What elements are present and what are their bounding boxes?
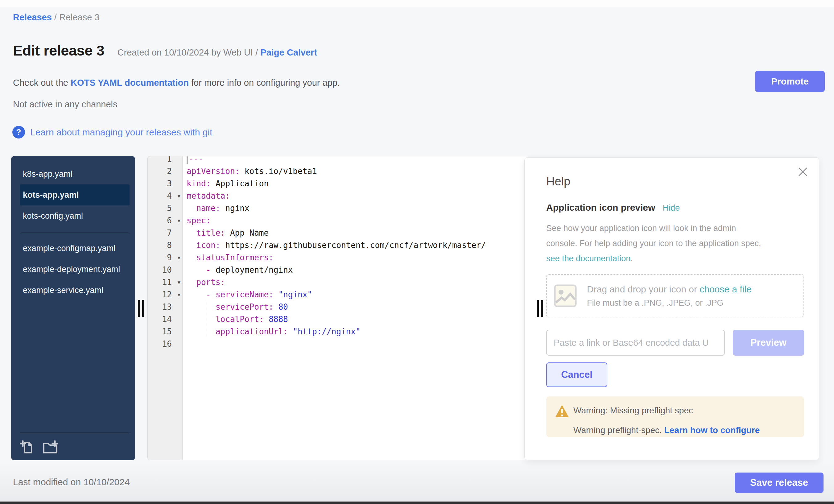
warning-title: Warning: Missing preflight spec (573, 406, 693, 415)
line-number: 14 (148, 314, 182, 324)
code-text[interactable]: spec: (182, 216, 211, 225)
right-resize-handle[interactable] (541, 300, 543, 317)
code-text[interactable]: apiVersion: kots.io/v1beta1 (182, 167, 317, 176)
channel-status: Not active in any channels (13, 99, 117, 109)
warning-detail: Warning preflight-spec. Learn how to con… (573, 425, 760, 435)
fold-arrow-icon[interactable]: ▾ (177, 291, 180, 298)
kots-yaml-doc-link[interactable]: KOTS YAML documentation (71, 78, 189, 88)
git-releases-link[interactable]: Learn about managing your releases with … (30, 127, 212, 137)
code-text[interactable]: title: App Name (182, 228, 269, 238)
code-line: 14 localPort: 8888 (148, 313, 528, 325)
page-header: Edit release 3 Created on 10/10/2024 by … (13, 42, 317, 59)
breadcrumb-releases-link[interactable]: Releases (13, 12, 52, 22)
line-number: 12▾ (148, 290, 182, 299)
code-line: 4▾metadata: (148, 190, 528, 202)
file-group-divider (20, 232, 130, 232)
text-cursor (186, 156, 188, 164)
code-text[interactable]: ports: (182, 278, 225, 287)
page-title: Edit release 3 (13, 42, 104, 59)
warning-icon (555, 404, 569, 418)
left-resize-handle[interactable] (138, 300, 140, 317)
code-text[interactable]: applicationUrl: "http://nginx" (182, 327, 360, 336)
code-text[interactable]: kind: Application (182, 179, 269, 188)
line-number: 3 (148, 179, 182, 188)
sidebar-footer (20, 433, 130, 455)
git-help-row: ? Learn about managing your releases wit… (12, 126, 212, 138)
code-line: 1--- (148, 156, 528, 165)
cancel-button[interactable]: Cancel (546, 363, 607, 387)
see-documentation-link[interactable]: see the documentation (546, 254, 631, 263)
code-text[interactable]: statusInformers: (182, 253, 273, 262)
line-number: 16 (148, 339, 182, 349)
breadcrumb: Releases / Release 3 (13, 12, 100, 23)
close-icon[interactable] (797, 166, 808, 177)
dropzone-note: File must be a .PNG, .JPEG, or .JPG (587, 298, 752, 308)
line-number: 6▾ (148, 216, 182, 225)
code-lines: 1---2apiVersion: kots.io/v1beta13kind: A… (148, 156, 528, 350)
code-line: 6▾spec: (148, 214, 528, 227)
file-item[interactable]: kots-config.yaml (20, 205, 130, 226)
icon-url-input[interactable] (546, 330, 725, 356)
line-number: 7 (148, 228, 182, 238)
code-text[interactable]: name: nginx (182, 203, 249, 213)
hide-link[interactable]: Hide (662, 203, 680, 213)
image-placeholder-icon (554, 284, 577, 308)
code-line: 2apiVersion: kots.io/v1beta1 (148, 165, 528, 177)
line-number: 9▾ (148, 253, 182, 262)
fold-arrow-icon[interactable]: ▾ (177, 193, 180, 199)
sidebar-spacer (20, 301, 130, 433)
code-line: 5 name: nginx (148, 202, 528, 214)
left-resize-handle[interactable] (142, 300, 144, 317)
code-line: 15 applicationUrl: "http://nginx" (148, 325, 528, 338)
code-text[interactable]: localPort: 8888 (182, 314, 288, 324)
code-line: 10 - deployment/nginx (148, 264, 528, 276)
code-line: 8 icon: https://raw.githubusercontent.co… (148, 239, 528, 251)
code-line: 13 servicePort: 80 (148, 301, 528, 313)
yaml-editor[interactable]: 1---2apiVersion: kots.io/v1beta13kind: A… (148, 156, 528, 460)
code-line: 11▾ ports: (148, 276, 528, 288)
file-item[interactable]: example-service.yaml (20, 280, 130, 301)
fold-arrow-icon[interactable]: ▾ (177, 217, 180, 224)
code-line: 3kind: Application (148, 177, 528, 190)
line-number: 8 (148, 241, 182, 250)
code-text[interactable]: icon: https://raw.githubusercontent.com/… (182, 241, 486, 250)
line-number: 1 (148, 156, 182, 163)
help-panel: Help Application icon preview Hide See h… (524, 157, 819, 460)
top-strip (0, 0, 834, 7)
learn-configure-link[interactable]: Learn how to configure (664, 425, 760, 435)
code-line: 7 title: App Name (148, 227, 528, 239)
icon-preview-title: Application icon preview (546, 202, 655, 213)
fold-arrow-icon[interactable]: ▾ (177, 254, 180, 261)
right-resize-handle[interactable] (537, 300, 539, 317)
add-file-icon[interactable] (20, 440, 35, 455)
choose-file-link[interactable]: choose a file (700, 284, 751, 294)
file-list: k8s-app.yamlkots-app.yamlkots-config.yam… (20, 163, 130, 301)
code-text[interactable]: - serviceName: "nginx" (182, 290, 312, 299)
file-item[interactable]: k8s-app.yaml (20, 163, 130, 184)
file-item[interactable]: example-configmap.yaml (20, 238, 130, 259)
fold-arrow-icon[interactable]: ▾ (177, 279, 180, 286)
code-text[interactable]: metadata: (182, 191, 230, 200)
question-icon: ? (12, 126, 25, 138)
preview-button[interactable]: Preview (733, 330, 804, 356)
icon-dropzone[interactable]: Drag and drop your icon or choose a file… (546, 274, 804, 317)
add-folder-icon[interactable] (43, 440, 58, 455)
save-release-button[interactable]: Save release (735, 473, 824, 493)
code-text[interactable]: - deployment/nginx (182, 265, 293, 275)
dropzone-text: Drag and drop your icon or choose a file (587, 284, 752, 294)
warning-box: Warning: Missing preflight spec Warning … (546, 396, 804, 437)
line-number: 10 (148, 265, 182, 275)
code-line: 12▾ - serviceName: "nginx" (148, 288, 528, 301)
file-sidebar: k8s-app.yamlkots-app.yamlkots-config.yam… (11, 156, 135, 460)
code-text[interactable]: servicePort: 80 (182, 302, 288, 311)
file-item[interactable]: kots-app.yaml (20, 184, 130, 205)
doc-hint: Check out the KOTS YAML documentation fo… (13, 78, 340, 88)
promote-button[interactable]: Promote (755, 71, 825, 92)
help-paragraph: See how your application icon will look … (546, 221, 804, 266)
code-text[interactable]: --- (182, 156, 203, 164)
bottom-strip (0, 502, 834, 504)
file-item[interactable]: example-deployment.yaml (20, 259, 130, 280)
author-link[interactable]: Paige Calvert (260, 47, 317, 57)
breadcrumb-current: Release 3 (59, 12, 100, 22)
help-title: Help (546, 175, 804, 188)
